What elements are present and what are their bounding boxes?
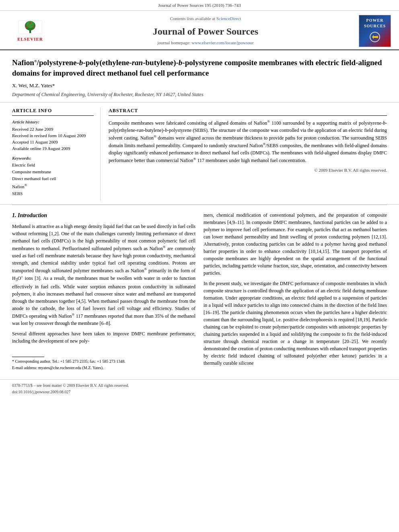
svg-point-6 (29, 22, 31, 24)
copyright-line: © 2009 Elsevier B.V. All rights reserved… (109, 167, 387, 174)
abstract-text: Composite membranes were fabricated cons… (109, 119, 387, 164)
keyword-2: Composite membrane (12, 169, 94, 175)
keyword-5: SEBS (12, 191, 94, 197)
svg-point-9 (32, 25, 33, 27)
contents-line: Contents lists available at ScienceDirec… (52, 16, 359, 22)
journal-cover-text: POWER SOURCES (364, 18, 386, 45)
keyword-3: Direct methanol fuel cell (12, 176, 94, 182)
journal-cover-image: POWER SOURCES (359, 15, 391, 47)
homepage-label: journal homepage: (157, 40, 191, 45)
footnote-divider (12, 357, 44, 357)
history-label: Article history: (12, 119, 94, 125)
section-number: 1. Introduction (12, 212, 47, 218)
body-right-column: mers, chemical modification of conventio… (204, 212, 387, 371)
body-left-column: 1. Introduction Methanol is attractive a… (12, 212, 195, 371)
intro-paragraph-2: Several different approaches have been t… (12, 330, 195, 345)
journal-title-center: Contents lists available at ScienceDirec… (52, 16, 359, 47)
right-paragraph-1: mers, chemical modification of conventio… (204, 212, 387, 277)
journal-homepage: journal homepage: www.elsevier.com/locat… (52, 40, 359, 46)
homepage-url[interactable]: www.elsevier.com/locate/jpowsour (191, 40, 253, 45)
contents-text: Contents lists available at (170, 16, 215, 21)
authors-text: X. Wei, M.Z. Yates* (12, 82, 55, 88)
article-info-abstract-section: ARTICLE INFO Article history: Received 2… (0, 103, 399, 204)
article-history-group: Article history: Received 22 June 2009 R… (12, 119, 94, 152)
footer-doi: doi:10.1016/j.jpowsour.2009.08.027 (12, 389, 387, 395)
article-title-section: Nafion®/polystyrene-b-poly(ethylene-ran-… (0, 50, 399, 103)
accepted-date: Accepted 11 August 2009 (12, 139, 94, 146)
page-wrapper: Journal of Power Sources 195 (2010) 736–… (0, 0, 399, 398)
keywords-group: Keywords: Electric field Composite membr… (12, 155, 94, 197)
received-date: Received 22 June 2009 (12, 126, 94, 133)
article-authors: X. Wei, M.Z. Yates* (12, 82, 387, 90)
footer-issn: 0378-7753/$ – see front matter © 2009 El… (12, 383, 387, 389)
body-section: 1. Introduction Methanol is attractive a… (0, 205, 399, 375)
footnote-email: E-mail address: myates@che.rochester.edu… (12, 365, 195, 371)
right-paragraph-2: In the present study, we investigate the… (204, 280, 387, 367)
abstract-column: ABSTRACT Composite membranes were fabric… (109, 107, 387, 200)
keywords-list: Electric field Composite membrane Direct… (12, 162, 94, 197)
article-affiliation: Department of Chemical Engineering, Univ… (12, 91, 387, 98)
elsevier-brand-text: ELSEVIER (17, 36, 43, 43)
keyword-1: Electric field (12, 162, 94, 168)
intro-paragraph-1: Methanol is attractive as a high energy … (12, 223, 195, 327)
revised-date: Received in revised form 10 August 2009 (12, 133, 94, 139)
intro-section-title: 1. Introduction (12, 212, 195, 220)
elsevier-logo: ELSEVIER (8, 19, 52, 43)
article-info-column: ARTICLE INFO Article history: Received 2… (12, 107, 101, 200)
footnote-corresponding: * Corresponding author. Tel.: +1 585 273… (12, 359, 195, 365)
svg-point-7 (33, 27, 35, 28)
page-footer: 0378-7753/$ – see front matter © 2009 El… (0, 379, 399, 398)
article-title: Nafion®/polystyrene-b-poly(ethylene-ran-… (12, 58, 387, 78)
svg-point-5 (25, 27, 27, 28)
journal-citation: Journal of Power Sources 195 (2010) 736–… (158, 3, 241, 8)
journal-top-bar: Journal of Power Sources 195 (2010) 736–… (0, 0, 399, 11)
svg-point-8 (27, 25, 29, 27)
available-date: Available online 19 August 2009 (12, 146, 94, 152)
sciencedirect-link[interactable]: ScienceDirect (216, 16, 241, 21)
article-info-heading: ARTICLE INFO (12, 107, 94, 115)
journal-name: Journal of Power Sources (52, 25, 359, 39)
journal-header: ELSEVIER Contents lists available at Sci… (0, 11, 399, 50)
keyword-4: Nafion® (12, 183, 94, 190)
footnote-area: * Corresponding author. Tel.: +1 585 273… (12, 357, 195, 371)
keywords-label: Keywords: (12, 155, 94, 162)
elsevier-tree-icon (16, 19, 44, 35)
abstract-heading: ABSTRACT (109, 107, 387, 115)
